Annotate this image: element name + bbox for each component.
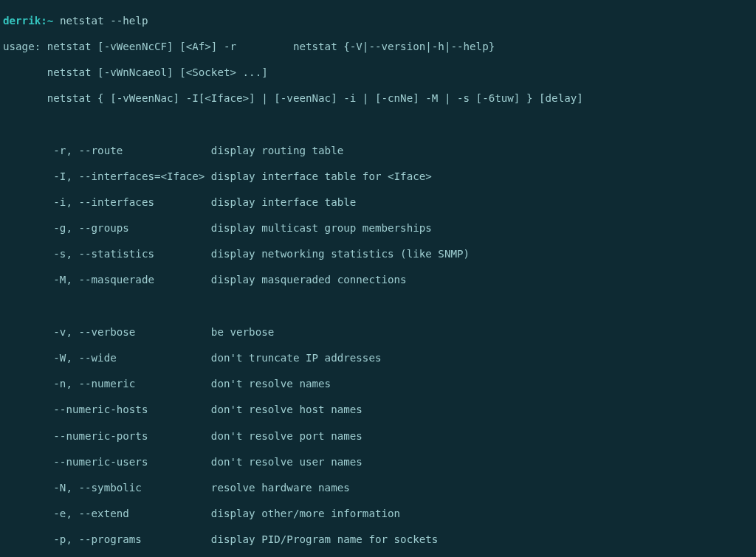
usage-line: netstat { [-vWeenNac] -I[<Iface>] | [-ve… — [3, 92, 753, 105]
typed-command: netstat --help — [60, 15, 148, 27]
option-line: -I, --interfaces=<Iface> display interfa… — [3, 170, 753, 184]
prompt-tail — [53, 15, 60, 27]
option-line: -e, --extend display other/more informat… — [3, 508, 753, 521]
usage-line: usage: netstat [-vWeenNcCF] [<Af>] -r ne… — [3, 41, 753, 54]
usage-line: netstat [-vWnNcaeol] [<Socket> ...] — [3, 66, 753, 80]
option-line: -g, --groups display multicast group mem… — [3, 222, 753, 235]
option-line: -n, --numeric don't resolve names — [3, 378, 753, 391]
prompt-sep: : — [41, 15, 47, 27]
option-line: -s, --statistics display networking stat… — [3, 248, 753, 261]
terminal[interactable]: derrik:~ netstat --help usage: netstat [… — [0, 0, 756, 557]
option-line: -v, --verbose be verbose — [3, 326, 753, 339]
prompt-line-1: derrik:~ netstat --help — [3, 15, 753, 28]
option-line: -N, --symbolic resolve hardware names — [3, 482, 753, 495]
blank-line — [3, 118, 753, 131]
option-line: -p, --programs display PID/Program name … — [3, 533, 753, 547]
option-line: -i, --interfaces display interface table — [3, 196, 753, 210]
option-line: --numeric-ports don't resolve port names — [3, 430, 753, 443]
option-line: -W, --wide don't truncate IP addresses — [3, 352, 753, 365]
option-line: -r, --route display routing table — [3, 145, 753, 158]
prompt-user: derrik — [3, 15, 41, 27]
blank-line — [3, 300, 753, 314]
option-line: --numeric-users don't resolve user names — [3, 456, 753, 469]
option-line: --numeric-hosts don't resolve host names — [3, 404, 753, 417]
option-line: -M, --masquerade display masqueraded con… — [3, 274, 753, 287]
